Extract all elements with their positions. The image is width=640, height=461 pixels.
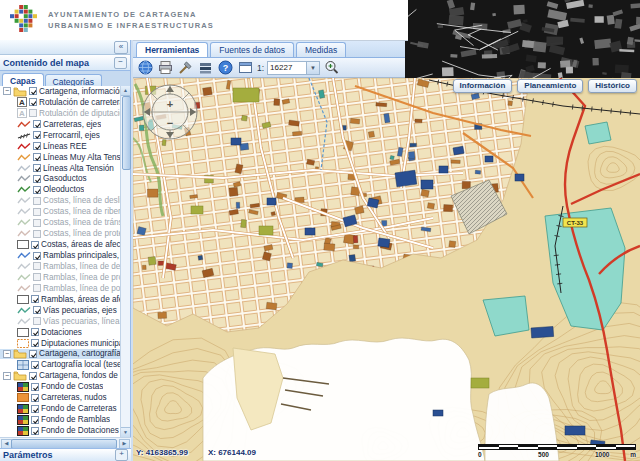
map-canvas[interactable]: CT-33 + − InformaciónPlaneamientoHistóri… (133, 78, 640, 461)
layer-tree-item[interactable]: Líneas REE (0, 141, 121, 152)
parameters-panel-header[interactable]: Parámetros + (0, 448, 131, 461)
layer-tree-item[interactable]: Fondo de Carreteras (0, 403, 121, 414)
layer-checkbox[interactable] (31, 383, 39, 391)
layer-tree-item[interactable]: Gasoductos (0, 174, 121, 185)
layer-checkbox[interactable] (29, 98, 37, 106)
layer-checkbox[interactable] (33, 219, 41, 227)
layer-tree-item[interactable]: −Cartagena, información territorial (0, 86, 121, 97)
layer-checkbox[interactable] (33, 175, 41, 183)
help-button[interactable]: ? (217, 60, 234, 76)
tree-collapse-toggle-icon[interactable]: − (3, 87, 11, 95)
layer-checkbox[interactable] (29, 109, 37, 117)
layer-tree-item[interactable]: Costas, áreas de afección (0, 239, 121, 250)
layer-tree-item[interactable]: Líneas Alta Tensión (0, 163, 121, 174)
print-button[interactable] (157, 60, 174, 76)
layer-checkbox[interactable] (31, 427, 39, 435)
layer-checkbox[interactable] (33, 120, 41, 128)
layer-tree-item[interactable]: Ramblas, línea de protección (0, 272, 121, 283)
zoom-out-icon[interactable]: − (167, 117, 173, 129)
scroll-up-icon[interactable]: ▲ (121, 86, 130, 96)
layer-tree-item[interactable]: Vías pecuarias, línea de deslinde (0, 316, 121, 327)
layer-checkbox[interactable] (33, 208, 41, 216)
layer-checkbox[interactable] (33, 273, 41, 281)
panel-splitter[interactable] (131, 40, 133, 461)
layer-checkbox[interactable] (33, 252, 41, 260)
layer-tree-item[interactable]: Ramblas, áreas de afección (0, 294, 121, 305)
layers-button[interactable] (197, 60, 214, 76)
layer-checkbox[interactable] (31, 416, 39, 424)
layer-tree-item[interactable]: Fondo de Costas (0, 381, 121, 392)
layer-checkbox[interactable] (29, 350, 37, 358)
layer-tree-item[interactable]: Líneas Muy Alta Tensión (0, 152, 121, 163)
layer-tree-item[interactable]: Carreteras, ejes (0, 119, 121, 130)
layer-tree-item[interactable]: Ferrocarril, ejes (0, 130, 121, 141)
planeamiento-button[interactable]: Planeamiento (517, 79, 583, 93)
layer-checkbox[interactable] (33, 317, 41, 325)
tools-button[interactable] (177, 60, 194, 76)
layer-tree-item[interactable]: Carreteras, nudos (0, 392, 121, 403)
layer-checkbox[interactable] (33, 284, 41, 292)
layer-checkbox[interactable] (31, 361, 39, 369)
layer-tree-item[interactable]: Costas, línea de ribera (0, 206, 121, 217)
scale-dropdown-icon[interactable]: ▼ (307, 61, 320, 75)
layer-tree-item[interactable]: ARotulación de diputaciones municipales (0, 108, 121, 119)
layer-checkbox[interactable] (33, 197, 41, 205)
zoom-scale-button[interactable] (323, 60, 340, 76)
tab-medidas[interactable]: Medidas (296, 42, 346, 57)
tab-fuentes-de-datos[interactable]: Fuentes de datos (210, 42, 294, 57)
map-drawing[interactable]: CT-33 (133, 78, 640, 461)
layer-checkbox[interactable] (33, 164, 41, 172)
layer-checkbox[interactable] (33, 153, 41, 161)
layer-checkbox[interactable] (29, 372, 37, 380)
layer-checkbox[interactable] (31, 394, 39, 402)
layer-tree-item[interactable]: Ramblas principales, ejes (0, 250, 121, 261)
layer-checkbox[interactable] (33, 306, 41, 314)
layer-checkbox[interactable] (33, 262, 41, 270)
layer-tree-item[interactable]: Costas, línea de deslinde (0, 195, 121, 206)
layer-checkbox[interactable] (33, 131, 41, 139)
layer-label: Vías pecuarias, ejes (43, 306, 117, 315)
layer-tree-item[interactable]: Fondo de Dotaciones (0, 425, 121, 436)
scale-input[interactable] (267, 61, 307, 75)
layer-tree-item[interactable]: Cartografía local (teselas) (0, 359, 121, 370)
layer-tree-item[interactable]: ARotulación de carreteras (0, 97, 121, 108)
layer-tree-item[interactable]: Vías pecuarias, ejes (0, 305, 121, 316)
collapse-sidebar-button[interactable]: « (114, 41, 128, 54)
zoom-in-icon[interactable]: + (167, 98, 173, 110)
layer-checkbox[interactable] (33, 230, 41, 238)
tab-herramientas[interactable]: Herramientas (136, 42, 208, 57)
layer-tree-item[interactable]: Costas, línea de protección (0, 228, 121, 239)
tree-collapse-toggle-icon[interactable]: − (3, 350, 11, 358)
line-off-green-icon (17, 218, 31, 227)
tree-collapse-toggle-icon[interactable]: − (3, 372, 11, 380)
hist-rico-button[interactable]: Histórico (588, 79, 637, 93)
pan-zoom-compass[interactable]: + − (141, 83, 199, 141)
window-button[interactable] (237, 60, 254, 76)
layer-tree-item[interactable]: Diputaciones municipales (0, 338, 121, 349)
minimize-panel-button[interactable]: − (114, 57, 127, 69)
scale-bar: 0 500 1000 m (478, 444, 636, 457)
layer-tree-item[interactable]: Ramblas, línea de policía (0, 283, 121, 294)
layer-tree-item[interactable]: Fondo de Ramblas (0, 414, 121, 425)
layer-checkbox[interactable] (33, 142, 41, 150)
layer-tree-item[interactable]: −Cartagena, cartografía (0, 349, 121, 360)
layer-tree-item[interactable]: Dotaciones (0, 327, 121, 338)
informaci-n-button[interactable]: Información (453, 79, 513, 93)
globe-button[interactable] (137, 60, 154, 76)
layer-checkbox[interactable] (31, 405, 39, 413)
layer-checkbox[interactable] (33, 186, 41, 194)
tree-horizontal-scrollbar[interactable]: ◀ ▶ (0, 437, 131, 448)
layer-checkbox[interactable] (31, 295, 39, 303)
vertical-scroll-thumb[interactable] (122, 96, 131, 170)
layer-checkbox[interactable] (31, 339, 39, 347)
expand-parameters-button[interactable]: + (115, 449, 128, 461)
layer-tree-item[interactable]: Oleoductos (0, 184, 121, 195)
layer-checkbox[interactable] (31, 328, 39, 336)
layer-tree-item[interactable]: Ramblas, línea de deslinde (0, 261, 121, 272)
layer-tree-item[interactable]: −Cartagena, fondos de información territ… (0, 370, 121, 381)
layer-checkbox[interactable] (31, 241, 39, 249)
scroll-down-icon[interactable]: ▼ (121, 427, 130, 437)
layer-tree-item[interactable]: Costas, línea de tránsito (0, 217, 121, 228)
tree-vertical-scrollbar[interactable]: ▲ ▼ (120, 86, 130, 437)
layer-checkbox[interactable] (29, 87, 37, 95)
